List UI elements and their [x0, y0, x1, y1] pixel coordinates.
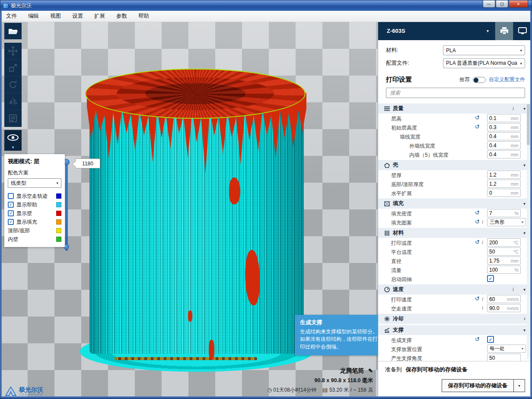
- close-button[interactable]: ✕: [509, 0, 528, 8]
- check-icon: ✓: [489, 337, 492, 342]
- setting-input[interactable]: 0.4 mm: [487, 150, 521, 158]
- open-file-button[interactable]: [4, 23, 22, 39]
- layer-range-slider[interactable]: [65, 160, 68, 251]
- move-tool-button[interactable]: [4, 43, 22, 60]
- rotate-tool-button[interactable]: [4, 76, 22, 93]
- material-select[interactable]: PLA ▾: [443, 45, 525, 55]
- reset-icon[interactable]: ↺: [475, 124, 480, 130]
- setting-input[interactable]: 0.1 mm: [487, 114, 521, 122]
- info-icon[interactable]: i: [482, 296, 483, 302]
- reset-icon[interactable]: ↺: [475, 210, 480, 215]
- chevron-down-icon: ▾: [523, 287, 526, 292]
- scale-tool-button[interactable]: [4, 60, 22, 76]
- setting-input[interactable]: 50 °C: [487, 247, 521, 256]
- profile-select[interactable]: PLA 普通质量(PLA Norma Qua ▾: [443, 58, 525, 68]
- setting-label: 壁厚: [391, 172, 401, 179]
- menu-item-view[interactable]: 视图: [45, 11, 67, 22]
- setting-input[interactable]: 1.2 mm: [487, 180, 521, 188]
- setting-input[interactable]: 200 °C: [487, 238, 521, 247]
- reset-icon[interactable]: ↺: [475, 296, 480, 301]
- section-header-quality[interactable]: 质量 i ▾: [378, 103, 531, 114]
- scrollbar-thumb[interactable]: [527, 104, 530, 145]
- setting-input[interactable]: 0.3 mm: [487, 123, 521, 131]
- info-icon[interactable]: i: [482, 305, 483, 311]
- section-header-cooling[interactable]: 冷却 ‹: [378, 314, 531, 324]
- info-icon[interactable]: i: [482, 219, 483, 225]
- setting-label: 填充密度: [391, 210, 412, 218]
- setting-label: 层高: [391, 115, 401, 123]
- tab-monitor[interactable]: [513, 21, 531, 40]
- rename-pencil-icon[interactable]: ✎: [368, 367, 373, 374]
- setting-select[interactable]: 三角形 ▾: [487, 218, 526, 226]
- setting-value: 三角形: [490, 219, 505, 225]
- section-header-shell[interactable]: 壳 ▾: [378, 160, 531, 170]
- sliced-model[interactable]: [80, 69, 313, 372]
- generate-support-checkbox[interactable]: ✓: [487, 336, 494, 343]
- per-model-settings-button[interactable]: [4, 110, 22, 127]
- setting-unit: %: [514, 267, 519, 272]
- section-header-speed[interactable]: 速度 i ▾: [378, 284, 531, 294]
- section-title: 冷却: [393, 315, 404, 323]
- setting-input[interactable]: 90.0 mm/s: [487, 304, 521, 312]
- menu-item-help[interactable]: 帮助: [133, 11, 155, 22]
- menu-item-edit[interactable]: 编辑: [22, 11, 45, 22]
- view-mode-button[interactable]: [4, 130, 22, 145]
- show-shell-checkbox[interactable]: ✓: [8, 210, 14, 216]
- title-bar[interactable]: 极光尔沃 — ▢ ✕: [0, 0, 532, 11]
- material-value: PLA: [446, 48, 456, 54]
- open-folder-icon: [8, 28, 18, 35]
- setting-input[interactable]: 0 mm: [487, 189, 521, 197]
- menu-item-extensions[interactable]: 扩展: [89, 11, 111, 22]
- mirror-tool-button[interactable]: [4, 93, 22, 110]
- info-icon[interactable]: i: [482, 239, 483, 246]
- minimize-button[interactable]: —: [483, 0, 495, 8]
- setting-input[interactable]: 0.4 mm: [487, 132, 521, 140]
- color-scheme-select[interactable]: 线类型 ▾: [8, 178, 61, 188]
- retraction-checkbox[interactable]: ✓: [487, 275, 494, 282]
- reset-icon[interactable]: ↺: [475, 239, 480, 245]
- info-icon[interactable]: i: [513, 286, 514, 293]
- setting-input[interactable]: 50: [487, 354, 521, 361]
- info-icon[interactable]: i: [513, 105, 514, 112]
- viewport-3d[interactable]: ▾ 视图模式: 层 配色方案 线类型 ▾ 显示空走轨迹 ✓ 显示帮助: [1, 22, 378, 398]
- chevron-down-icon: ▾: [487, 28, 489, 33]
- setting-row: 初始层高度 ↺ 0.3 mm: [378, 123, 531, 132]
- menu-item-file[interactable]: 文件: [0, 11, 22, 22]
- setting-input[interactable]: 7 %: [487, 209, 521, 217]
- setting-value: 7: [489, 210, 514, 216]
- setting-input[interactable]: 60 mm/s: [487, 295, 521, 303]
- reset-icon[interactable]: ↺: [475, 115, 480, 120]
- tab-prepare[interactable]: [495, 21, 513, 40]
- legend-label: 顶部/底部: [8, 227, 30, 234]
- custom-profile-link[interactable]: 自定义配置文件: [489, 76, 525, 83]
- chevron-down-icon: ▾: [12, 145, 14, 149]
- section-header-infill[interactable]: 填充 ▾: [378, 198, 531, 209]
- view-mode-expander[interactable]: ▾: [4, 145, 22, 151]
- save-to-removable-button[interactable]: 保存到可移动的存储设备: [442, 379, 514, 392]
- menu-item-settings[interactable]: 设置: [67, 11, 89, 22]
- layer-option-row: ✓ 显示填充: [8, 218, 61, 226]
- recommended-label: 推荐: [459, 76, 470, 83]
- setting-input[interactable]: 100 %: [487, 266, 521, 274]
- save-options-dropdown[interactable]: ▾: [514, 379, 525, 392]
- show-travels-checkbox[interactable]: [8, 193, 14, 199]
- model-shell-patch: [188, 310, 192, 322]
- section-header-support[interactable]: 支撑 ▾: [378, 325, 531, 335]
- setting-label: 底部/顶部厚度: [391, 181, 424, 188]
- show-infill-checkbox[interactable]: ✓: [8, 219, 14, 225]
- settings-scrollbar[interactable]: [527, 104, 530, 359]
- setup-mode-toggle[interactable]: [473, 77, 486, 83]
- reset-icon[interactable]: ↺: [475, 336, 480, 342]
- printer-select[interactable]: Z-603S ▾: [378, 21, 495, 40]
- material-usage: 53.20 米 / ~ 158 克: [329, 387, 373, 393]
- maximize-button[interactable]: ▢: [496, 0, 508, 8]
- search-input[interactable]: [386, 88, 525, 98]
- show-helpers-checkbox[interactable]: ✓: [8, 202, 14, 208]
- reset-icon[interactable]: ↺: [475, 219, 480, 225]
- setting-input[interactable]: 1.75 mm: [487, 256, 521, 265]
- support-placement-select[interactable]: 每一处 ▾: [487, 345, 526, 353]
- setting-input[interactable]: 0.4 mm: [487, 141, 521, 149]
- setting-input[interactable]: 1.2 mm: [487, 171, 521, 179]
- section-header-material[interactable]: 材料 ▾: [378, 228, 531, 238]
- menu-item-parameters[interactable]: 参数: [111, 11, 133, 22]
